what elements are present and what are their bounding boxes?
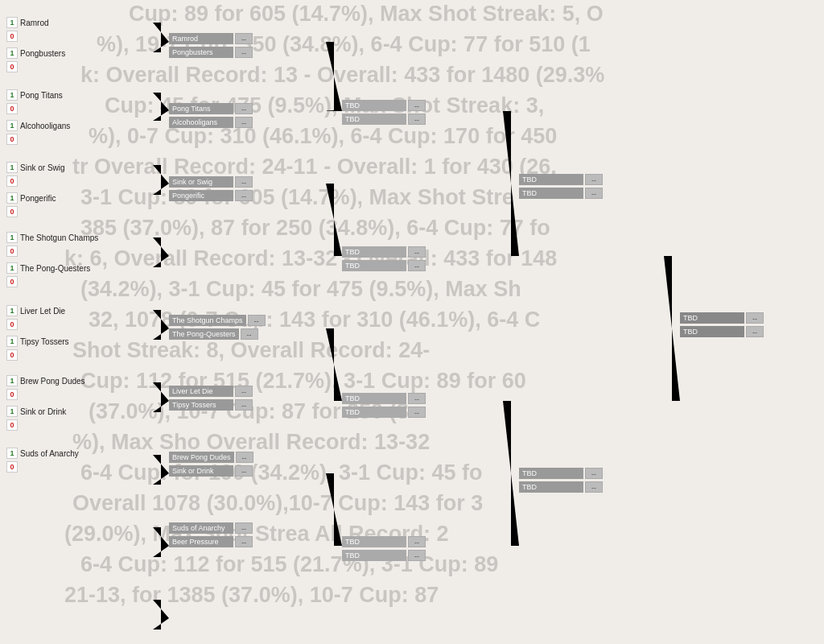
r3-match4-top: TBD -- [342,535,426,548]
bracket-container: 1 Ramrod 0 1 Pongbusters 0 1 Pong Titans… [0,0,824,644]
r4-match2-top: TBD -- [519,467,603,480]
team-pongerific-seed0: 0 [6,205,109,218]
finals-top: TBD -- [680,312,764,324]
tbd-score: -- [408,407,426,418]
team-brewpong-seed1: 1 Brew Pong Dudes [6,374,109,387]
team-ramrod-seed1: 1 Ramrod [6,16,109,29]
team-sinkdrink-seed0: 0 [6,419,109,431]
team-liverletdie-seed1: 1 Liver Let Die [6,304,109,317]
r2-score: -- [235,386,253,397]
r2-match2-top: Pong Titans -- [169,102,253,115]
team-name: Sink or Drink [20,407,109,416]
team-sinkdrink-seed1: 1 Sink or Drink [6,405,109,418]
tbd-score: -- [408,536,426,547]
r2-team-name: Suds of Anarchy [169,522,233,534]
tbd-label: TBD [519,481,583,493]
seed-box: 1 [6,232,18,243]
finals-tbd-label: TBD [680,312,744,324]
seed-box: 0 [6,206,18,217]
r2-match1-top: Ramrod -- [169,32,253,45]
r3-match1-top: TBD -- [342,99,426,112]
seed-box: 0 [6,389,18,400]
finals-tbd-label: TBD [680,326,744,337]
r2-score: -- [235,176,253,188]
r2-team-name: Sink or Drink [169,465,233,477]
r2-match4-bot: The Pong-Questers -- [169,328,258,341]
finals-score: -- [746,312,764,324]
r2-team-name: Ramrod [169,33,233,44]
r2-score: -- [235,47,253,58]
r2-score: -- [235,536,253,547]
r2-team-name: Alcohooligans [169,117,233,128]
seed-box: 0 [6,319,18,330]
team-pongtitans-seed0: 0 [6,102,109,115]
seed-box: 1 [6,89,18,101]
r2-score: -- [235,117,253,128]
seed-box: 1 [6,375,18,386]
team-tipsytossers-seed0: 0 [6,349,109,361]
tbd-label: TBD [342,393,406,404]
r3-match3-bot: TBD -- [342,406,426,419]
team-name: Brew Pong Dudes [20,377,109,386]
tbd-label: TBD [519,174,583,185]
team-name: Suds of Anarchy [20,449,109,458]
team-tipsytossers-seed1: 1 Tipsy Tossers [6,335,109,348]
team-sudsanarchy-seed1: 1 Suds of Anarchy [6,447,109,460]
r2-match1-bot: Pongbusters -- [169,46,253,59]
team-name: Liver Let Die [20,307,109,316]
seed-box: 1 [6,120,18,131]
r2-match4-top: The Shotgun Champs -- [169,314,266,327]
r2-match5-bot: Tipsy Tossers -- [169,398,253,411]
tbd-score: -- [585,468,603,479]
seed-box: 0 [6,103,18,114]
seed-box: 1 [6,406,18,417]
seed-box: 0 [6,349,18,361]
team-ramrod-seed0: 0 [6,30,109,43]
r2-match7-bot: Beer Pressure -- [169,535,253,548]
r2-score: -- [235,399,253,411]
tbd-score: -- [408,100,426,111]
seed-box: 1 [6,47,18,59]
r4-match1-top: TBD -- [519,173,603,186]
team-pongquesters-seed1: 1 The Pong-Questers [6,262,109,275]
finals-score: -- [746,326,764,337]
r2-match2-bot: Alcohooligans -- [169,116,253,129]
team-pongerific-seed1: 1 Pongerific [6,192,109,204]
r2-team-name: The Shotgun Champs [169,315,246,326]
r2-team-name: The Pong-Questers [169,328,239,340]
tbd-label: TBD [342,246,406,258]
seed-box: 0 [6,246,18,257]
r2-team-name: Pongerific [169,190,233,201]
team-sinkswig-seed1: 1 Sink or Swig [6,161,109,174]
tbd-label: TBD [342,260,406,271]
r3-match1-bot: TBD -- [342,113,426,126]
team-pongbusters-seed0: 0 [6,60,109,73]
tbd-score: -- [408,393,426,404]
r2-score: -- [235,522,253,534]
seed-box: 1 [6,192,18,204]
team-name: The Shotgun Champs [20,233,109,242]
r2-match6-bot: Sink or Drink -- [169,464,253,477]
tbd-score: -- [585,188,603,199]
team-pongquesters-seed0: 0 [6,275,109,288]
tbd-score: -- [408,246,426,258]
r2-match3-bot: Pongerific -- [169,189,253,202]
seed-box: 0 [6,461,18,473]
tbd-label: TBD [342,536,406,547]
team-name: Pong Titans [20,91,109,100]
seed-box: 0 [6,134,18,145]
r2-match7-top: Suds of Anarchy -- [169,522,253,535]
seed-box: 1 [6,162,18,173]
team-name: Alcohooligans [20,122,109,130]
seed-box: 1 [6,448,18,459]
finals-bot: TBD -- [680,325,764,338]
r2-score: -- [236,452,253,463]
r2-team-name: Pongbusters [169,47,233,58]
r3-match2-top: TBD -- [342,246,426,258]
team-shotgunchamps-seed0: 0 [6,245,109,258]
tbd-label: TBD [342,100,406,111]
team-liverletdie-seed0: 0 [6,318,109,331]
tbd-score: -- [585,174,603,185]
tbd-score: -- [408,550,426,561]
tbd-score: -- [408,114,426,125]
